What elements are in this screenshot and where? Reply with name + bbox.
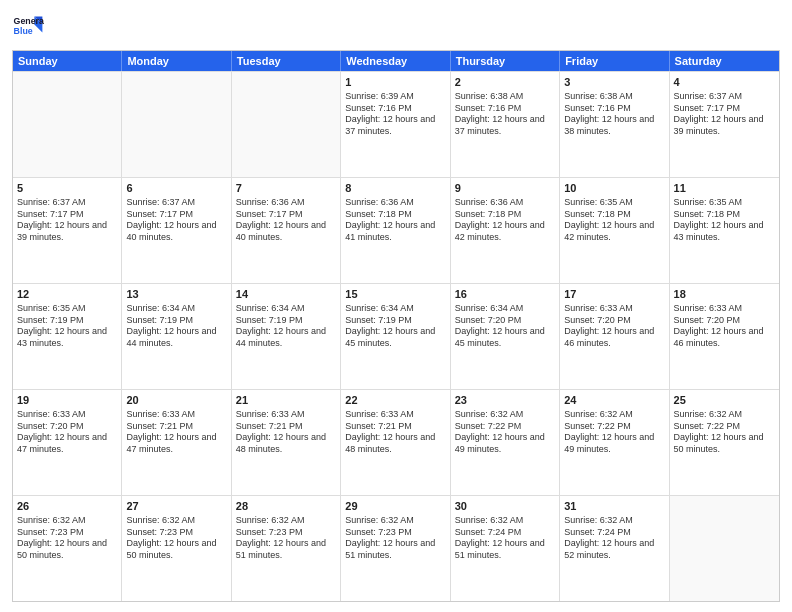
day-number: 1 — [345, 75, 445, 90]
empty-cell — [13, 72, 122, 177]
day-number: 21 — [236, 393, 336, 408]
day-info: Sunrise: 6:35 AM Sunset: 7:19 PM Dayligh… — [17, 303, 117, 350]
calendar: SundayMondayTuesdayWednesdayThursdayFrid… — [12, 50, 780, 602]
empty-cell — [232, 72, 341, 177]
day-info: Sunrise: 6:34 AM Sunset: 7:19 PM Dayligh… — [126, 303, 226, 350]
day-info: Sunrise: 6:32 AM Sunset: 7:22 PM Dayligh… — [674, 409, 775, 456]
day-cell-4: 4Sunrise: 6:37 AM Sunset: 7:17 PM Daylig… — [670, 72, 779, 177]
day-info: Sunrise: 6:33 AM Sunset: 7:21 PM Dayligh… — [126, 409, 226, 456]
day-info: Sunrise: 6:36 AM Sunset: 7:17 PM Dayligh… — [236, 197, 336, 244]
day-cell-30: 30Sunrise: 6:32 AM Sunset: 7:24 PM Dayli… — [451, 496, 560, 601]
day-cell-1: 1Sunrise: 6:39 AM Sunset: 7:16 PM Daylig… — [341, 72, 450, 177]
day-cell-24: 24Sunrise: 6:32 AM Sunset: 7:22 PM Dayli… — [560, 390, 669, 495]
day-number: 4 — [674, 75, 775, 90]
calendar-row-2: 12Sunrise: 6:35 AM Sunset: 7:19 PM Dayli… — [13, 283, 779, 389]
day-number: 30 — [455, 499, 555, 514]
day-number: 24 — [564, 393, 664, 408]
day-cell-20: 20Sunrise: 6:33 AM Sunset: 7:21 PM Dayli… — [122, 390, 231, 495]
page: General Blue SundayMondayTuesdayWednesda… — [0, 0, 792, 612]
day-info: Sunrise: 6:34 AM Sunset: 7:19 PM Dayligh… — [236, 303, 336, 350]
day-number: 3 — [564, 75, 664, 90]
day-info: Sunrise: 6:36 AM Sunset: 7:18 PM Dayligh… — [455, 197, 555, 244]
day-number: 6 — [126, 181, 226, 196]
day-cell-6: 6Sunrise: 6:37 AM Sunset: 7:17 PM Daylig… — [122, 178, 231, 283]
day-cell-25: 25Sunrise: 6:32 AM Sunset: 7:22 PM Dayli… — [670, 390, 779, 495]
day-cell-31: 31Sunrise: 6:32 AM Sunset: 7:24 PM Dayli… — [560, 496, 669, 601]
day-number: 15 — [345, 287, 445, 302]
day-cell-23: 23Sunrise: 6:32 AM Sunset: 7:22 PM Dayli… — [451, 390, 560, 495]
day-number: 7 — [236, 181, 336, 196]
day-info: Sunrise: 6:37 AM Sunset: 7:17 PM Dayligh… — [126, 197, 226, 244]
day-number: 23 — [455, 393, 555, 408]
day-cell-3: 3Sunrise: 6:38 AM Sunset: 7:16 PM Daylig… — [560, 72, 669, 177]
day-number: 9 — [455, 181, 555, 196]
header-day-sunday: Sunday — [13, 51, 122, 71]
calendar-body: 1Sunrise: 6:39 AM Sunset: 7:16 PM Daylig… — [13, 71, 779, 601]
day-info: Sunrise: 6:32 AM Sunset: 7:22 PM Dayligh… — [564, 409, 664, 456]
day-cell-26: 26Sunrise: 6:32 AM Sunset: 7:23 PM Dayli… — [13, 496, 122, 601]
day-number: 14 — [236, 287, 336, 302]
day-cell-14: 14Sunrise: 6:34 AM Sunset: 7:19 PM Dayli… — [232, 284, 341, 389]
header-day-tuesday: Tuesday — [232, 51, 341, 71]
day-number: 12 — [17, 287, 117, 302]
svg-text:General: General — [14, 16, 44, 26]
day-info: Sunrise: 6:33 AM Sunset: 7:20 PM Dayligh… — [674, 303, 775, 350]
day-info: Sunrise: 6:33 AM Sunset: 7:20 PM Dayligh… — [564, 303, 664, 350]
day-number: 10 — [564, 181, 664, 196]
day-cell-8: 8Sunrise: 6:36 AM Sunset: 7:18 PM Daylig… — [341, 178, 450, 283]
day-number: 17 — [564, 287, 664, 302]
header-day-wednesday: Wednesday — [341, 51, 450, 71]
day-cell-13: 13Sunrise: 6:34 AM Sunset: 7:19 PM Dayli… — [122, 284, 231, 389]
day-cell-27: 27Sunrise: 6:32 AM Sunset: 7:23 PM Dayli… — [122, 496, 231, 601]
day-info: Sunrise: 6:32 AM Sunset: 7:23 PM Dayligh… — [236, 515, 336, 562]
day-info: Sunrise: 6:32 AM Sunset: 7:23 PM Dayligh… — [345, 515, 445, 562]
day-cell-21: 21Sunrise: 6:33 AM Sunset: 7:21 PM Dayli… — [232, 390, 341, 495]
day-cell-12: 12Sunrise: 6:35 AM Sunset: 7:19 PM Dayli… — [13, 284, 122, 389]
logo-icon: General Blue — [12, 10, 44, 42]
day-number: 29 — [345, 499, 445, 514]
day-number: 22 — [345, 393, 445, 408]
header-day-saturday: Saturday — [670, 51, 779, 71]
calendar-row-1: 5Sunrise: 6:37 AM Sunset: 7:17 PM Daylig… — [13, 177, 779, 283]
calendar-row-4: 26Sunrise: 6:32 AM Sunset: 7:23 PM Dayli… — [13, 495, 779, 601]
day-info: Sunrise: 6:37 AM Sunset: 7:17 PM Dayligh… — [674, 91, 775, 138]
day-cell-19: 19Sunrise: 6:33 AM Sunset: 7:20 PM Dayli… — [13, 390, 122, 495]
day-info: Sunrise: 6:32 AM Sunset: 7:23 PM Dayligh… — [17, 515, 117, 562]
day-info: Sunrise: 6:32 AM Sunset: 7:24 PM Dayligh… — [455, 515, 555, 562]
day-number: 27 — [126, 499, 226, 514]
day-number: 19 — [17, 393, 117, 408]
day-number: 11 — [674, 181, 775, 196]
day-info: Sunrise: 6:37 AM Sunset: 7:17 PM Dayligh… — [17, 197, 117, 244]
day-cell-16: 16Sunrise: 6:34 AM Sunset: 7:20 PM Dayli… — [451, 284, 560, 389]
header-day-friday: Friday — [560, 51, 669, 71]
day-cell-9: 9Sunrise: 6:36 AM Sunset: 7:18 PM Daylig… — [451, 178, 560, 283]
day-info: Sunrise: 6:35 AM Sunset: 7:18 PM Dayligh… — [674, 197, 775, 244]
day-info: Sunrise: 6:36 AM Sunset: 7:18 PM Dayligh… — [345, 197, 445, 244]
day-number: 20 — [126, 393, 226, 408]
day-info: Sunrise: 6:32 AM Sunset: 7:22 PM Dayligh… — [455, 409, 555, 456]
header-day-thursday: Thursday — [451, 51, 560, 71]
day-info: Sunrise: 6:32 AM Sunset: 7:23 PM Dayligh… — [126, 515, 226, 562]
day-number: 26 — [17, 499, 117, 514]
calendar-row-0: 1Sunrise: 6:39 AM Sunset: 7:16 PM Daylig… — [13, 71, 779, 177]
day-cell-11: 11Sunrise: 6:35 AM Sunset: 7:18 PM Dayli… — [670, 178, 779, 283]
day-info: Sunrise: 6:33 AM Sunset: 7:20 PM Dayligh… — [17, 409, 117, 456]
day-cell-17: 17Sunrise: 6:33 AM Sunset: 7:20 PM Dayli… — [560, 284, 669, 389]
day-cell-7: 7Sunrise: 6:36 AM Sunset: 7:17 PM Daylig… — [232, 178, 341, 283]
day-cell-22: 22Sunrise: 6:33 AM Sunset: 7:21 PM Dayli… — [341, 390, 450, 495]
logo: General Blue — [12, 10, 44, 42]
day-number: 28 — [236, 499, 336, 514]
day-info: Sunrise: 6:34 AM Sunset: 7:19 PM Dayligh… — [345, 303, 445, 350]
day-number: 2 — [455, 75, 555, 90]
day-info: Sunrise: 6:39 AM Sunset: 7:16 PM Dayligh… — [345, 91, 445, 138]
empty-cell — [670, 496, 779, 601]
day-number: 5 — [17, 181, 117, 196]
day-info: Sunrise: 6:32 AM Sunset: 7:24 PM Dayligh… — [564, 515, 664, 562]
calendar-row-3: 19Sunrise: 6:33 AM Sunset: 7:20 PM Dayli… — [13, 389, 779, 495]
day-info: Sunrise: 6:35 AM Sunset: 7:18 PM Dayligh… — [564, 197, 664, 244]
day-info: Sunrise: 6:33 AM Sunset: 7:21 PM Dayligh… — [345, 409, 445, 456]
day-number: 13 — [126, 287, 226, 302]
day-cell-28: 28Sunrise: 6:32 AM Sunset: 7:23 PM Dayli… — [232, 496, 341, 601]
day-info: Sunrise: 6:34 AM Sunset: 7:20 PM Dayligh… — [455, 303, 555, 350]
day-cell-18: 18Sunrise: 6:33 AM Sunset: 7:20 PM Dayli… — [670, 284, 779, 389]
